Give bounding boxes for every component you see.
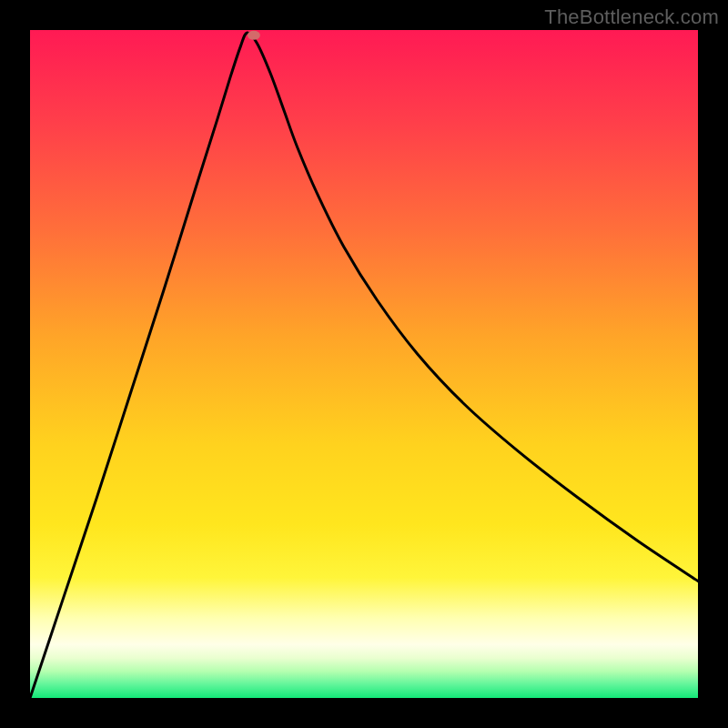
optimum-marker (248, 31, 260, 40)
plot-area (30, 30, 698, 698)
watermark-text: TheBottleneck.com (544, 5, 719, 29)
bottleneck-curve (30, 30, 698, 698)
chart-frame: TheBottleneck.com (0, 0, 728, 728)
